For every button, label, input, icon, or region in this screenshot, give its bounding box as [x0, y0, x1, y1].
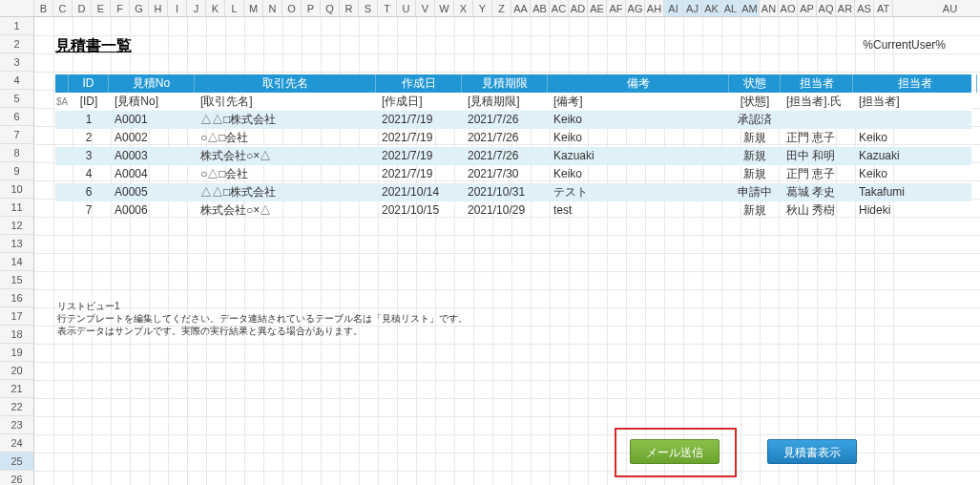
row-header-4[interactable]: 4 — [0, 72, 33, 90]
row-header-6[interactable]: 6 — [0, 108, 33, 126]
page-title: 見積書一覧 — [55, 36, 132, 56]
th-tanto: 担当者 — [781, 74, 853, 93]
col-header-AN[interactable]: AN — [760, 0, 779, 16]
row-header-24[interactable]: 24 — [0, 434, 33, 453]
table-row[interactable]: 1A0001△△□株式会社2021/7/192021/7/26Keiko承認済 — [55, 111, 971, 129]
col-header-H[interactable]: H — [149, 0, 168, 16]
col-header-AT[interactable]: AT — [874, 0, 893, 16]
row-header-14[interactable]: 14 — [0, 253, 33, 271]
col-header-J[interactable]: J — [187, 0, 206, 16]
row-header-1[interactable]: 1 — [0, 17, 33, 35]
col-header-Q[interactable]: Q — [321, 0, 340, 16]
th-note: 備考 — [548, 74, 729, 93]
th-tanto2: 担当者 — [853, 74, 977, 93]
listview-notes: リストビュー1 行テンプレートを編集してください。データ連結されているテーブル名… — [57, 300, 468, 337]
col-header-AH[interactable]: AH — [645, 0, 664, 16]
row-header-3[interactable]: 3 — [0, 53, 33, 72]
col-header-B[interactable]: B — [34, 0, 53, 16]
current-user-placeholder: %CurrentUser% — [863, 38, 946, 52]
col-header-AQ[interactable]: AQ — [817, 0, 836, 16]
note-line2: 行テンプレートを編集してください。データ連結されているテーブル名は「見積リスト」… — [57, 312, 468, 325]
row-header-8[interactable]: 8 — [0, 144, 33, 162]
table-row[interactable]: 2A0002○△□会社2021/7/192021/7/26Keiko新規正門 恵… — [55, 129, 971, 147]
row-header-9[interactable]: 9 — [0, 162, 33, 180]
col-header-R[interactable]: R — [340, 0, 359, 16]
col-header-AE[interactable]: AE — [588, 0, 607, 16]
th-id: ID — [69, 74, 109, 93]
col-header-AO[interactable]: AO — [779, 0, 798, 16]
col-header-E[interactable]: E — [92, 0, 111, 16]
col-header-N[interactable]: N — [263, 0, 282, 16]
col-header-AJ[interactable]: AJ — [683, 0, 702, 16]
col-header-AM[interactable]: AM — [740, 0, 760, 16]
th-no: 見積No — [109, 74, 195, 93]
col-header-U[interactable]: U — [397, 0, 416, 16]
col-header-AB[interactable]: AB — [531, 0, 550, 16]
show-estimate-button[interactable]: 見積書表示 — [767, 439, 857, 464]
col-header-L[interactable]: L — [225, 0, 244, 16]
col-header-AA[interactable]: AA — [511, 0, 531, 16]
col-header-AC[interactable]: AC — [550, 0, 569, 16]
row-header-15[interactable]: 15 — [0, 271, 33, 289]
table-row[interactable]: 7A0006株式会社○×△2021/10/152021/10/29test新規秋… — [55, 201, 971, 220]
col-header-X[interactable]: X — [454, 0, 473, 16]
row-header-13[interactable]: 13 — [0, 235, 33, 253]
th-state: 状態 — [729, 74, 781, 93]
col-header-G[interactable]: G — [130, 0, 149, 16]
table-row[interactable]: 3A0003株式会社○×△2021/7/192021/7/26Kazuaki新規… — [55, 147, 971, 165]
col-header-V[interactable]: V — [416, 0, 435, 16]
sheet-grid[interactable]: 見積書一覧 %CurrentUser% ID 見積No 取引先名 作成日 見積期… — [34, 17, 980, 485]
col-header-Z[interactable]: Z — [492, 0, 511, 16]
col-header-Y[interactable]: Y — [473, 0, 492, 16]
col-header-AG[interactable]: AG — [626, 0, 645, 16]
col-header-T[interactable]: T — [378, 0, 397, 16]
row-header-11[interactable]: 11 — [0, 199, 33, 217]
table-row[interactable]: 4A0004○△□会社2021/7/192021/7/30Keiko新規正門 恵… — [55, 165, 971, 183]
table-template-row: $A [ID] [見積No] [取引先名] [作成日] [見積期限] [備考] … — [55, 93, 971, 111]
column-headers: BCDEFGHIJKLMNOPQRSTUVWXYZAAABACADAEAFAGA… — [0, 0, 980, 17]
col-header-F[interactable]: F — [111, 0, 130, 16]
row-header-23[interactable]: 23 — [0, 416, 33, 434]
row-header-2[interactable]: 2 — [0, 35, 33, 53]
col-header-D[interactable]: D — [73, 0, 92, 16]
col-header-M[interactable]: M — [244, 0, 263, 16]
row-header-20[interactable]: 20 — [0, 362, 33, 380]
row-header-5[interactable]: 5 — [0, 90, 33, 108]
col-header-S[interactable]: S — [359, 0, 378, 16]
col-header-AL[interactable]: AL — [721, 0, 740, 16]
estimate-table: ID 見積No 取引先名 作成日 見積期限 備考 状態 担当者 担当者 $A [… — [55, 74, 971, 220]
table-header-row: ID 見積No 取引先名 作成日 見積期限 備考 状態 担当者 担当者 — [55, 74, 971, 93]
col-header-AU[interactable]: AU — [893, 0, 980, 16]
col-header-AI[interactable]: AI — [664, 0, 683, 16]
note-line3: 表示データはサンプルです。実際の実行結果と異なる場合があります。 — [57, 325, 468, 337]
col-header-K[interactable]: K — [206, 0, 225, 16]
row-headers: 1234567891011121314151617181920212223242… — [0, 17, 34, 485]
col-header-O[interactable]: O — [282, 0, 302, 16]
row-header-7[interactable]: 7 — [0, 126, 33, 144]
row-header-19[interactable]: 19 — [0, 344, 33, 362]
col-header-AP[interactable]: AP — [798, 0, 817, 16]
row-header-26[interactable]: 26 — [0, 471, 33, 485]
col-header-AD[interactable]: AD — [569, 0, 588, 16]
col-header-W[interactable]: W — [435, 0, 454, 16]
col-header-AS[interactable]: AS — [855, 0, 874, 16]
col-header-P[interactable]: P — [302, 0, 321, 16]
row-header-12[interactable]: 12 — [0, 217, 33, 235]
col-header-AF[interactable]: AF — [607, 0, 626, 16]
row-header-17[interactable]: 17 — [0, 307, 33, 326]
mail-send-button[interactable]: メール送信 — [630, 439, 719, 464]
col-header-I[interactable]: I — [168, 0, 187, 16]
col-header-AR[interactable]: AR — [836, 0, 855, 16]
row-header-10[interactable]: 10 — [0, 180, 33, 199]
th-due: 見積期限 — [462, 74, 548, 93]
row-header-25[interactable]: 25 — [0, 453, 33, 471]
row-header-16[interactable]: 16 — [0, 289, 33, 307]
row-header-22[interactable]: 22 — [0, 398, 33, 416]
note-line1: リストビュー1 — [57, 300, 468, 312]
row-header-21[interactable]: 21 — [0, 380, 33, 398]
row-header-18[interactable]: 18 — [0, 326, 33, 344]
table-row[interactable]: 6A0005△△□株式会社2021/10/142021/10/31テスト申請中葛… — [55, 183, 971, 201]
col-header-C[interactable]: C — [53, 0, 73, 16]
col-header-AK[interactable]: AK — [702, 0, 721, 16]
th-created: 作成日 — [376, 74, 462, 93]
